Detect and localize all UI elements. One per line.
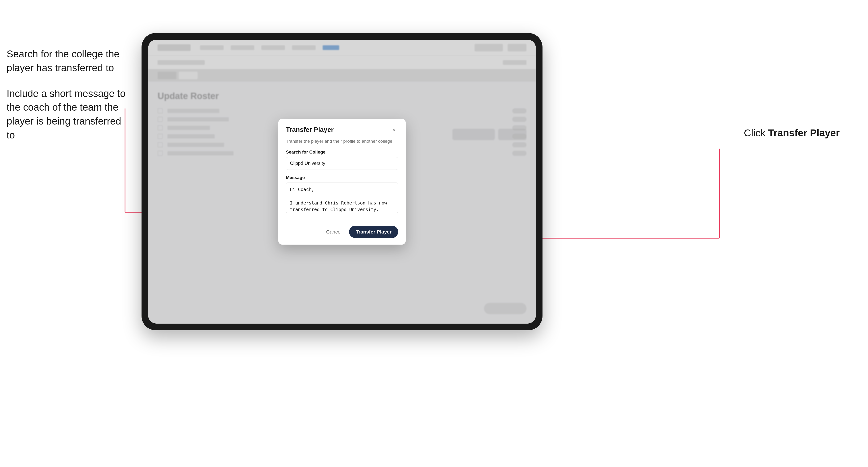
modal-header: Transfer Player ×: [278, 119, 406, 139]
modal-subtitle: Transfer the player and their profile to…: [286, 139, 398, 144]
modal-overlay: Transfer Player × Transfer the player an…: [148, 40, 536, 323]
modal-close-button[interactable]: ×: [390, 125, 398, 134]
annotation-bold: Transfer Player: [768, 127, 840, 138]
tablet-frame: Update Roster: [142, 33, 542, 330]
transfer-player-button[interactable]: Transfer Player: [349, 226, 398, 238]
annotation-text-1: Search for the college the player has tr…: [7, 47, 129, 75]
annotation-text-2: Include a short message to the coach of …: [7, 87, 129, 142]
message-label: Message: [286, 175, 398, 180]
search-college-label: Search for College: [286, 150, 398, 155]
cancel-button[interactable]: Cancel: [322, 227, 345, 237]
search-college-input[interactable]: [286, 157, 398, 170]
left-annotation: Search for the college the player has tr…: [7, 47, 129, 154]
modal-footer: Cancel Transfer Player: [278, 221, 406, 245]
message-textarea[interactable]: Hi Coach, I understand Chris Robertson h…: [286, 183, 398, 213]
modal-title: Transfer Player: [286, 126, 334, 133]
annotation-text-right: Click Transfer Player: [744, 127, 840, 139]
modal-body: Transfer the player and their profile to…: [278, 139, 406, 221]
annotation-prefix: Click: [744, 127, 768, 138]
right-annotation: Click Transfer Player: [744, 127, 840, 139]
tablet-screen: Update Roster: [148, 40, 536, 323]
transfer-player-modal: Transfer Player × Transfer the player an…: [278, 119, 406, 245]
